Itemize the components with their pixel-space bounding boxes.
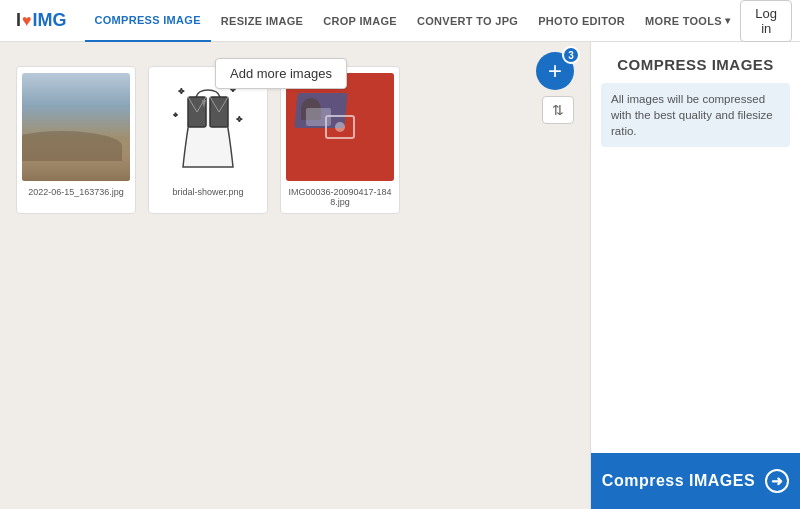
nav-more-tools[interactable]: MORE TOOLS ▾ <box>635 0 740 42</box>
logo-img: IMG <box>33 10 67 31</box>
sidebar: COMPRESS IMAGES All images will be compr… <box>590 42 800 509</box>
landscape-photo <box>22 73 130 181</box>
car-photo <box>286 73 394 181</box>
image-name-1: 2022-06-15_163736.jpg <box>28 187 124 197</box>
compress-images-button[interactable]: Compress IMAGES ➜ <box>591 453 800 509</box>
bridal-svg: ✦ ✦ ✦ ✦ <box>168 82 248 172</box>
image-card-1[interactable]: 2022-06-15_163736.jpg <box>16 66 136 214</box>
svg-text:✦: ✦ <box>236 115 243 124</box>
nav-convert-to-jpg[interactable]: CONVERT TO JPG <box>407 0 528 42</box>
camera-overlay <box>325 115 355 139</box>
svg-text:✦: ✦ <box>173 112 178 118</box>
compress-arrow-icon: ➜ <box>765 469 789 493</box>
image-preview-3 <box>286 73 394 181</box>
nav-crop-image[interactable]: CROP IMAGE <box>313 0 407 42</box>
content-area: Add more images + 3 ⇅ 2022-06-15_163736.… <box>0 42 590 509</box>
header-right: Log in Sign up <box>740 0 800 42</box>
image-name-2: bridal-shower.png <box>172 187 243 197</box>
svg-text:✦: ✦ <box>178 87 185 96</box>
sidebar-info: All images will be compressed with the b… <box>601 83 790 147</box>
image-preview-1 <box>22 73 130 181</box>
main-nav: COMPRESS IMAGE RESIZE IMAGE CROP IMAGE C… <box>85 0 741 42</box>
plus-btn-container: + 3 <box>536 52 574 90</box>
main-layout: Add more images + 3 ⇅ 2022-06-15_163736.… <box>0 42 800 509</box>
add-more-images-button[interactable]: Add more images <box>215 58 347 89</box>
header: I ♥ IMG COMPRESS IMAGE RESIZE IMAGE CROP… <box>0 0 800 42</box>
sort-icon: ⇅ <box>552 102 564 118</box>
nav-resize-image[interactable]: RESIZE IMAGE <box>211 0 313 42</box>
upload-plus-button[interactable]: + 3 <box>536 52 574 90</box>
camera-lens <box>335 122 345 132</box>
more-tools-arrow: ▾ <box>725 15 730 26</box>
compress-btn-label: Compress IMAGES <box>602 472 755 490</box>
person-silhouette <box>301 98 321 120</box>
logo-heart: ♥ <box>22 12 32 30</box>
nav-photo-editor[interactable]: PHOTO EDITOR <box>528 0 635 42</box>
plus-icon: + <box>548 57 562 85</box>
image-preview-2: ✦ ✦ ✦ ✦ <box>154 73 262 181</box>
sort-button[interactable]: ⇅ <box>542 96 574 124</box>
sidebar-title: COMPRESS IMAGES <box>591 42 800 83</box>
logo-i: I <box>16 10 21 31</box>
nav-compress-image[interactable]: COMPRESS IMAGE <box>85 0 211 42</box>
image-name-3: IMG00036-20090417-1848.jpg <box>287 187 393 207</box>
logo[interactable]: I ♥ IMG <box>16 10 67 31</box>
image-count-badge: 3 <box>562 46 580 64</box>
bridal-photo: ✦ ✦ ✦ ✦ <box>154 73 262 181</box>
right-arrow: ➜ <box>771 473 784 489</box>
login-button[interactable]: Log in <box>740 0 792 42</box>
